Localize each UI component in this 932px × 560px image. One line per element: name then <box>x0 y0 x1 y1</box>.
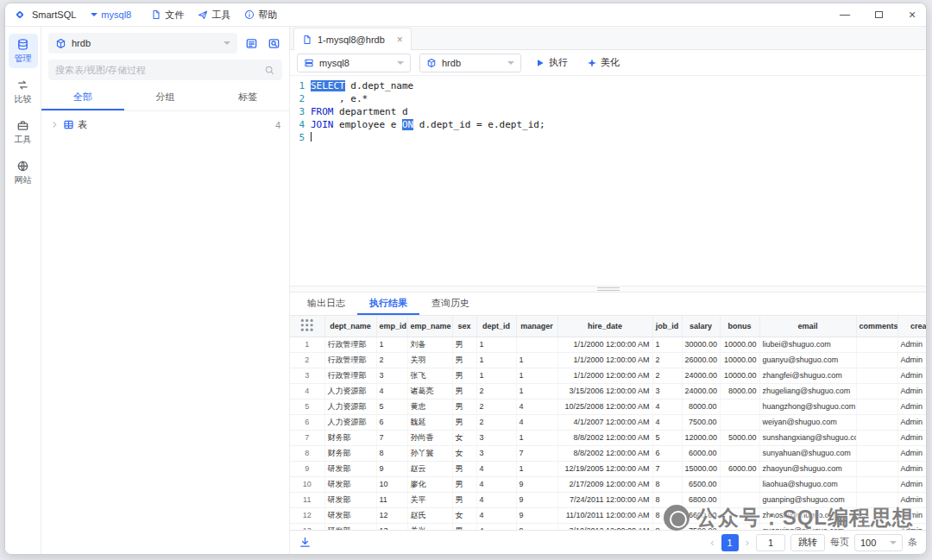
chevron-down-icon <box>224 41 230 45</box>
table-cell: guanyu@shuguo.com <box>759 352 856 368</box>
download-icon[interactable] <box>299 536 312 549</box>
table-cell <box>856 399 897 414</box>
table-row[interactable]: 7财务部7孙尚香女318/8/2002 12:00:00 AM512000.00… <box>290 430 926 445</box>
grid-corner-icon[interactable] <box>290 316 324 337</box>
table-row[interactable]: 5人力资源部5黄忠男2410/25/2008 12:00:00 AM48000.… <box>290 399 926 414</box>
per-page-label: 每页 <box>830 536 849 549</box>
sidebar-item-toolbox[interactable]: 工具 <box>9 115 38 149</box>
sql-editor[interactable]: 1SELECT d.dept_name2 , e.*3FROM departme… <box>290 76 926 286</box>
column-header[interactable]: hire_date <box>557 316 652 337</box>
table-cell: guanxing@shuguo.com <box>759 523 856 530</box>
table-cell: 30000.00 <box>682 337 720 352</box>
table-cell: 廖化 <box>407 476 452 492</box>
editor-tab[interactable]: 1-mysql8@hrdb × <box>293 28 412 50</box>
table-row[interactable]: 4人力资源部4诸葛亮男213/15/2006 12:00:00 AM324000… <box>290 383 926 399</box>
table-cell: 孙尚香 <box>407 430 452 445</box>
column-header[interactable]: sex <box>452 316 476 337</box>
sidebar-item-label: 比较 <box>15 93 32 105</box>
column-header[interactable]: bonus <box>720 316 759 337</box>
table-row[interactable]: 6人力资源部6魏延男244/1/2007 12:00:00 AM47500.00… <box>290 414 926 430</box>
table-cell <box>856 414 897 430</box>
page-size-select[interactable]: 100 <box>854 534 903 551</box>
table-cell: 7 <box>376 430 407 445</box>
column-header[interactable]: job_id <box>652 316 682 337</box>
table-row[interactable]: 2行政管理部2关羽男111/1/2000 12:00:00 AM226000.0… <box>290 352 926 368</box>
column-header[interactable]: salary <box>682 316 720 337</box>
menu-item[interactable]: 帮助 <box>244 9 277 22</box>
sidebar-item-compare[interactable]: 比较 <box>9 74 38 109</box>
explorer-tab[interactable]: 标签 <box>206 85 289 110</box>
panel-tab[interactable]: 执行结果 <box>357 293 419 315</box>
table-cell: 8000.00 <box>720 383 759 399</box>
column-header[interactable]: emp_id <box>376 316 407 337</box>
column-header[interactable]: comments <box>856 316 897 337</box>
jump-page-input[interactable] <box>756 534 785 551</box>
next-page-button[interactable]: › <box>744 536 751 549</box>
table-row[interactable]: 9研发部9赵云男4112/19/2005 12:00:00 AM715000.0… <box>290 461 926 476</box>
tree-node-tables[interactable]: 表 4 <box>50 118 280 131</box>
column-header[interactable]: create_by <box>897 316 926 337</box>
table-cell: liubei@shuguo.com <box>759 337 856 352</box>
table-cell: sunyahuan@shuguo.com <box>759 445 856 461</box>
results-table[interactable]: dept_nameemp_idemp_namesexdept_idmanager… <box>290 316 926 530</box>
run-button[interactable]: 执行 <box>530 53 573 72</box>
splitter[interactable] <box>290 286 926 293</box>
chevron-right-icon[interactable] <box>50 120 60 129</box>
panel-tab[interactable]: 查询历史 <box>419 293 482 315</box>
table-row[interactable]: 11研发部11关平男497/24/2011 12:00:00 AM86800.0… <box>290 492 926 507</box>
object-search-box <box>48 60 282 80</box>
table-cell: 6 <box>652 445 682 461</box>
explorer-tab[interactable]: 全部 <box>41 85 124 110</box>
table-cell: 行政管理部 <box>324 337 376 352</box>
page-number-button[interactable]: 1 <box>721 534 739 551</box>
minimize-button[interactable]: — <box>831 3 859 26</box>
close-icon[interactable]: × <box>397 34 403 46</box>
jump-button[interactable]: 跳转 <box>790 534 825 551</box>
table-cell: 13 <box>376 523 407 530</box>
connection-selector[interactable]: mysql8 <box>91 9 131 20</box>
sql-token: ON <box>402 119 413 130</box>
column-header[interactable]: emp_name <box>407 316 452 337</box>
prev-page-button[interactable]: ‹ <box>708 536 715 549</box>
column-header[interactable]: email <box>759 316 856 337</box>
server-selector[interactable]: mysql8 <box>297 53 411 72</box>
sidebar-item-label: 管理 <box>15 53 32 65</box>
column-header[interactable]: dept_name <box>324 316 376 337</box>
row-number: 5 <box>290 399 324 414</box>
object-list-button[interactable] <box>242 35 260 52</box>
table-cell <box>856 430 897 445</box>
table-cell <box>720 523 759 530</box>
table-row[interactable]: 1行政管理部1刘备男11/1/2000 12:00:00 AM130000.00… <box>290 337 926 352</box>
table-cell: 7 <box>516 445 557 461</box>
column-header[interactable]: dept_id <box>476 316 516 337</box>
chevron-down-icon <box>890 541 897 544</box>
column-header[interactable]: manager <box>516 316 557 337</box>
table-cell: 男 <box>452 337 476 352</box>
database-selector-toolbar[interactable]: hrdb <box>419 53 521 72</box>
table-cell: 5 <box>376 399 407 414</box>
menu-item[interactable]: 文件 <box>151 9 184 22</box>
table-cell <box>720 399 759 414</box>
beautify-button[interactable]: 美化 <box>582 53 625 72</box>
table-row[interactable]: 8财务部8孙丫鬟女378/8/2002 12:00:00 AM66000.00s… <box>290 445 926 461</box>
table-row[interactable]: 12研发部12赵氏女4911/10/2011 12:00:00 AM86600.… <box>290 507 926 523</box>
menu-item[interactable]: 工具 <box>198 9 230 22</box>
close-button[interactable]: × <box>898 3 926 26</box>
explorer-tab[interactable]: 分组 <box>124 85 207 110</box>
panel-tab[interactable]: 输出日志 <box>295 293 357 315</box>
table-row[interactable]: 13研发部13关兴男493/10/2012 12:00:00 AM87500.0… <box>290 523 926 530</box>
search-input[interactable] <box>55 65 259 75</box>
sidebar-item-globe[interactable]: 网站 <box>9 155 38 190</box>
database-selector[interactable]: hrdb <box>48 33 237 53</box>
maximize-button[interactable] <box>865 3 892 26</box>
table-row[interactable]: 10研发部10廖化男492/17/2009 12:00:00 AM86500.0… <box>290 476 926 492</box>
table-cell: 10000.00 <box>720 368 759 383</box>
object-search-button[interactable] <box>265 35 282 52</box>
table-row[interactable]: 3行政管理部3张飞男111/1/2000 12:00:00 AM224000.0… <box>290 368 926 383</box>
sidebar-item-database[interactable]: 管理 <box>9 34 38 68</box>
row-number: 12 <box>290 507 324 523</box>
table-body: 1行政管理部1刘备男11/1/2000 12:00:00 AM130000.00… <box>290 337 926 530</box>
database-selector-label: hrdb <box>72 38 91 48</box>
text-cursor <box>311 132 312 142</box>
code-line: JOIN employee e ON d.dept_id = e.dept_id… <box>311 118 545 131</box>
